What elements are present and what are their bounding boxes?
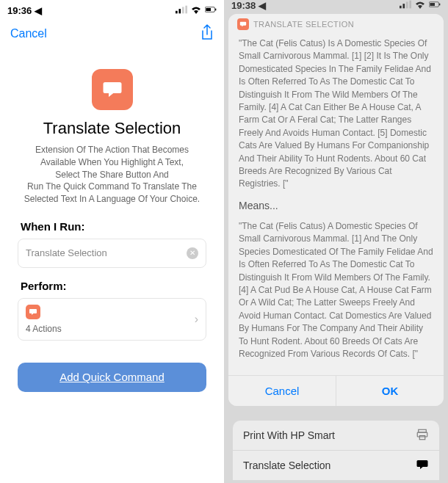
translation-result-dialog: TRANSLATE SELECTION "The Cat (Felis Catu… (228, 14, 444, 406)
svg-rect-5 (206, 8, 211, 11)
svg-rect-13 (439, 4, 440, 6)
dialog-body: "The Cat (Felis Catus) Is A Domestic Spe… (228, 33, 444, 375)
svg-rect-7 (400, 6, 402, 9)
shortcut-app-icon (92, 69, 133, 110)
status-bar: 19:36 ◀ (0, 0, 224, 21)
svg-rect-6 (215, 8, 216, 10)
svg-rect-9 (406, 1, 408, 8)
shortcut-description: Extension Of The Action That Becomes Ava… (0, 144, 224, 220)
status-time: 19:36 (7, 5, 32, 16)
svg-rect-3 (185, 5, 187, 13)
means-label: Means... (239, 198, 433, 213)
perform-field[interactable]: 4 Actions › (18, 298, 206, 341)
translated-text: "The Cat (Felis Catus) A Domestic Specie… (239, 220, 433, 360)
svg-rect-15 (417, 432, 427, 437)
svg-rect-10 (409, 1, 411, 9)
svg-rect-8 (402, 4, 405, 8)
dialog-ok-button[interactable]: OK (336, 376, 444, 406)
dialog-banner: TRANSLATE SELECTION (228, 14, 444, 33)
printer-icon (416, 428, 429, 443)
share-sheet: Print With HP Smart Translate Selection … (224, 412, 448, 483)
sheet-item-label: Translate Selection (243, 460, 330, 471)
share-button[interactable] (200, 24, 214, 43)
actions-count: 4 Actions (26, 324, 62, 334)
shortcut-title: Translate Selection (0, 119, 224, 138)
when-run-field[interactable]: Translate Selection ✕ (18, 239, 206, 268)
dialog-title: TRANSLATE SELECTION (253, 20, 354, 29)
sheet-item-label: Print With HP Smart (243, 429, 335, 441)
svg-rect-12 (430, 3, 435, 6)
screen-shortcut-detail: 19:36 ◀ Cancel Translate Selection Exten… (0, 0, 224, 483)
chat-bubble-icon (26, 305, 40, 319)
status-bar: 19:38 ◀ (224, 0, 448, 11)
battery-icon (429, 0, 441, 11)
battery-icon (205, 5, 217, 16)
sheet-item-print[interactable]: Print With HP Smart (233, 421, 439, 450)
clear-icon[interactable]: ✕ (187, 247, 198, 259)
wifi-icon (190, 5, 202, 16)
wifi-icon (414, 0, 426, 11)
when-run-value: Translate Selection (26, 247, 107, 258)
svg-rect-2 (182, 7, 184, 13)
cancel-button[interactable]: Cancel (10, 27, 47, 40)
location-icon: ◀ (259, 0, 266, 11)
chat-bubble-icon (416, 458, 429, 473)
signal-icon (400, 0, 411, 11)
sheet-item-translate[interactable]: Translate Selection (233, 451, 439, 480)
location-icon: ◀ (35, 5, 42, 16)
perform-label: Perform: (0, 280, 224, 298)
add-quick-command-button[interactable]: Add Quick Command (18, 363, 206, 392)
dialog-cancel-button[interactable]: Cancel (228, 376, 336, 406)
nav-bar: Cancel (0, 21, 224, 47)
signal-icon (176, 5, 187, 16)
svg-rect-16 (419, 435, 425, 439)
chat-bubble-icon (237, 18, 249, 30)
status-time: 19:38 (231, 0, 256, 11)
screen-translation-result: 19:38 ◀ TRANSLATE SELECTION "The Cat (Fe… (224, 0, 448, 483)
source-text: "The Cat (Felis Catus) Is A Domestic Spe… (239, 37, 433, 191)
when-run-label: When I Run: (0, 220, 224, 239)
chevron-right-icon: › (195, 313, 198, 326)
svg-rect-0 (176, 10, 178, 13)
dialog-buttons: Cancel OK (228, 375, 444, 406)
svg-rect-1 (178, 9, 181, 13)
